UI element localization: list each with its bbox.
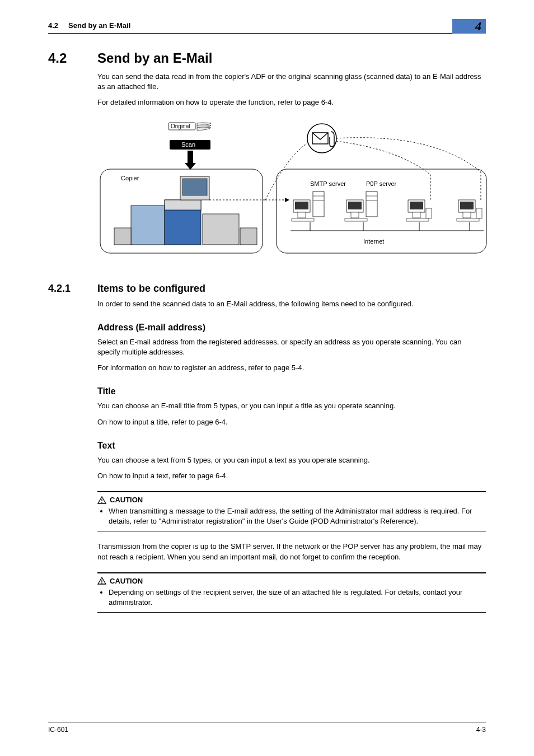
svg-rect-34 (410, 202, 423, 209)
copier-icon (114, 176, 257, 245)
svg-rect-3 (188, 151, 193, 163)
svg-rect-8 (165, 200, 201, 210)
intro-paragraph-1: You can send the data read in from the c… (97, 72, 486, 92)
envelope-icon (312, 133, 328, 144)
svg-rect-32 (351, 212, 359, 218)
svg-point-50 (101, 502, 102, 503)
subsection-heading: 4.2.1 Items to be configured (48, 283, 486, 295)
address-p2: For information on how to register an ad… (97, 363, 486, 373)
caution-label: CAUTION (110, 577, 143, 585)
svg-rect-6 (114, 228, 131, 245)
svg-rect-24 (292, 218, 314, 221)
server-icon (345, 192, 377, 221)
computer-icon (457, 200, 482, 221)
svg-rect-39 (460, 202, 474, 209)
svg-rect-19 (313, 192, 324, 217)
workflow-diagram: Copier Original Scan (97, 122, 489, 256)
warning-icon (97, 496, 106, 504)
subsection-num: 4.2.1 (48, 283, 82, 295)
svg-rect-30 (348, 202, 362, 209)
chapter-badge: 4 (452, 19, 486, 34)
svg-rect-36 (406, 218, 429, 221)
svg-rect-5 (131, 206, 165, 245)
server-icon (292, 192, 324, 221)
svg-rect-31 (345, 218, 367, 221)
diagram-scan-label: Scan (181, 141, 195, 148)
title-heading: Title (97, 386, 486, 396)
diagram-smtp-label: SMTP server (310, 180, 346, 187)
subsection-title: Items to be configured (97, 283, 205, 295)
title-p2: On how to input a title, refer to page 6… (97, 417, 486, 427)
svg-marker-18 (285, 198, 289, 202)
svg-rect-41 (457, 218, 479, 221)
header-section-title: Send by an E-Mail (68, 21, 130, 30)
svg-rect-40 (476, 208, 482, 218)
warning-icon (97, 577, 106, 585)
section-heading: 4.2 Send by an E-Mail (48, 50, 486, 66)
address-heading: Address (E-mail address) (97, 323, 486, 333)
svg-point-53 (101, 582, 102, 584)
svg-rect-42 (463, 212, 471, 218)
text-p2: On how to input a text, refer to page 6-… (97, 471, 486, 481)
svg-rect-26 (366, 192, 377, 217)
svg-rect-25 (298, 212, 306, 218)
svg-rect-35 (426, 208, 432, 218)
section-heading-num: 4.2 (48, 50, 82, 66)
text-heading: Text (97, 441, 486, 451)
caution-2-text: Depending on settings of the recipient s… (109, 587, 486, 608)
caution-block-2: CAUTION Depending on settings of the rec… (97, 572, 486, 613)
footer-page: 4-3 (476, 726, 486, 734)
title-p1: You can choose an E-mail title from 5 ty… (97, 401, 486, 411)
intro-paragraph-2: For detailed information on how to opera… (97, 97, 486, 108)
diagram-original-label: Original (171, 123, 190, 129)
text-p1: You can choose a text from 5 types, or y… (97, 455, 486, 465)
diagram-internet-label: Internet (363, 238, 384, 245)
mid-paragraph: Transmission from the copier is up to th… (97, 542, 486, 562)
page-footer: IC-601 4-3 (48, 722, 486, 734)
svg-marker-4 (185, 163, 196, 170)
page-header: 4.2 Send by an E-Mail (48, 21, 486, 34)
svg-rect-12 (240, 228, 257, 245)
caution-label: CAUTION (110, 496, 143, 504)
address-p1: Select an E-mail address from the regist… (97, 337, 486, 357)
caution-block-1: CAUTION When transmitting a message to t… (97, 491, 486, 531)
diagram-copier-label: Copier (121, 175, 139, 181)
chapter-number: 4 (475, 20, 481, 32)
computer-icon (406, 200, 432, 221)
section-heading-title: Send by an E-Mail (97, 50, 212, 66)
header-section-num: 4.2 (48, 21, 58, 30)
diagram-pop-label: P0P server (366, 180, 397, 187)
svg-rect-10 (182, 179, 207, 195)
svg-rect-11 (203, 214, 239, 245)
footer-model: IC-601 (48, 726, 68, 734)
subsection-intro: In order to send the scanned data to an … (97, 299, 486, 309)
svg-rect-37 (413, 212, 420, 218)
caution-1-text: When transmitting a message to the E-mai… (109, 506, 486, 526)
svg-rect-23 (295, 202, 308, 209)
paper-stack-icon (197, 123, 211, 130)
